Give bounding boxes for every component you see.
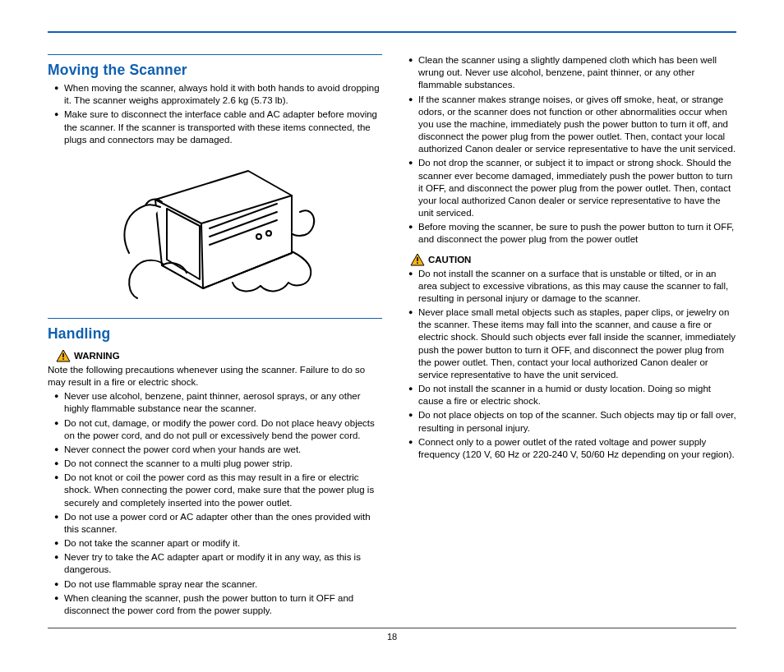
list-item: If the scanner makes strange noises, or … (408, 94, 736, 156)
list-item: Do not place objects on top of the scann… (408, 409, 736, 434)
caution-row: CAUTION (410, 253, 736, 266)
list-item: When cleaning the scanner, push the powe… (54, 592, 382, 617)
list-item: Never try to take the AC adapter apart o… (54, 551, 382, 576)
list-item: Do not install the scanner in a humid or… (408, 383, 736, 407)
caution-icon (410, 253, 425, 266)
heading-moving: Moving the Scanner (48, 54, 382, 79)
caution-label: CAUTION (428, 255, 471, 265)
svg-rect-4 (417, 257, 418, 261)
top-rule (48, 31, 736, 33)
warning-label: WARNING (74, 351, 120, 361)
list-item: Never place small metal objects such as … (408, 306, 736, 381)
content-columns: Moving the Scanner When moving the scann… (48, 54, 736, 623)
scanner-illustration (48, 154, 382, 305)
bottom-rule (48, 628, 736, 628)
warning-icon (56, 349, 71, 362)
list-item: Do not knot or coil the power cord as th… (54, 472, 382, 509)
list-item: Do not take the scanner apart or modify … (54, 537, 382, 550)
warning-row: WARNING (56, 349, 382, 362)
svg-rect-5 (417, 262, 418, 264)
list-item: Do not use flammable spray near the scan… (54, 578, 382, 591)
list-item: Do not drop the scanner, or subject it t… (408, 157, 736, 219)
page-number: 18 (48, 632, 736, 642)
list-item: Never use alcohol, benzene, paint thinne… (54, 390, 382, 415)
warning-note: Note the following precautions whenever … (48, 364, 382, 389)
moving-list: When moving the scanner, always hold it … (48, 82, 382, 146)
heading-handling: Handling (48, 318, 382, 343)
list-item: Make sure to disconnect the interface ca… (54, 108, 382, 146)
svg-rect-3 (62, 358, 64, 360)
list-item: Do not connect the scanner to a multi pl… (54, 458, 382, 470)
caution-list: Do not install the scanner on a surface … (402, 268, 736, 462)
list-item: Never connect the power cord when your h… (54, 444, 382, 456)
page-container: Moving the Scanner When moving the scann… (0, 0, 784, 672)
list-item: Clean the scanner using a slightly dampe… (408, 54, 736, 92)
svg-rect-2 (62, 353, 64, 357)
list-item: Connect only to a power outlet of the ra… (408, 436, 736, 461)
list-item: Do not install the scanner on a surface … (408, 268, 736, 306)
list-item: Before moving the scanner, be sure to pu… (408, 221, 736, 246)
list-item: Do not use a power cord or AC adapter ot… (54, 511, 382, 536)
list-item: Do not cut, damage, or modify the power … (54, 417, 382, 442)
list-item: When moving the scanner, always hold it … (54, 82, 382, 107)
